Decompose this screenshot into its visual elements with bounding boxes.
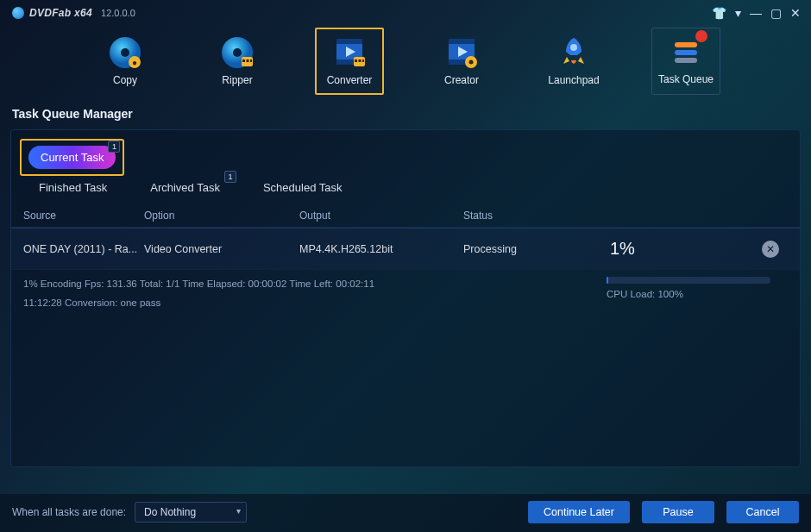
- progress-bar-fill: [607, 277, 608, 284]
- svg-rect-17: [362, 59, 364, 62]
- nav-copy-label: Copy: [113, 74, 137, 86]
- app-name: DVDFab x64: [29, 7, 92, 19]
- svg-rect-16: [359, 59, 361, 62]
- close-window-icon[interactable]: ✕: [790, 7, 801, 19]
- svg-rect-15: [355, 59, 357, 62]
- pause-button[interactable]: Pause: [642, 501, 714, 523]
- disc-ripper-icon: [219, 34, 255, 71]
- nav-creator-label: Creator: [444, 74, 479, 86]
- disc-copy-icon: ●: [107, 34, 143, 71]
- col-option: Option: [144, 210, 299, 222]
- task-cancel-icon[interactable]: ✕: [762, 241, 779, 258]
- tabs-row: Current Task 1 Finished Task Archived Ta…: [11, 130, 800, 204]
- task-source: ONE DAY (2011) - Ra...: [23, 243, 144, 255]
- dropdown-icon[interactable]: ▾: [735, 7, 741, 19]
- when-done-label: When all tasks are done:: [12, 506, 126, 518]
- progress-area: 1% Encoding Fps: 131.36 Total: 1/1 Time …: [11, 270, 800, 308]
- col-source: Source: [23, 210, 144, 222]
- svg-rect-8: [247, 59, 249, 62]
- tab-current-task-label: Current Task: [41, 151, 104, 164]
- app-version: 12.0.0.0: [101, 8, 135, 18]
- titlebar-left: DVDFab x64 12.0.0.0: [12, 7, 135, 19]
- svg-rect-11: [336, 39, 362, 44]
- footer-buttons: Continue Later Pause Cancel: [528, 501, 799, 523]
- progress-bar: [607, 277, 770, 284]
- top-nav: ● Copy Ripper Converter: [0, 21, 811, 103]
- svg-rect-27: [675, 58, 697, 63]
- task-option: Video Converter: [144, 243, 299, 255]
- nav-task-queue-label: Task Queue: [658, 73, 714, 85]
- converter-icon: [331, 34, 368, 71]
- tshirt-icon[interactable]: 👕: [712, 7, 726, 19]
- app-logo-icon: [12, 7, 24, 19]
- cancel-button[interactable]: Cancel: [726, 501, 799, 523]
- minimize-icon[interactable]: —: [750, 7, 762, 19]
- nav-launchpad[interactable]: Launchpad: [539, 28, 608, 95]
- when-done-value: Do Nothing: [144, 506, 196, 518]
- restore-icon[interactable]: ▢: [770, 7, 782, 19]
- tab-scheduled-task[interactable]: Scheduled Task: [251, 176, 355, 199]
- tab-current-task-badge: 1: [108, 141, 120, 153]
- nav-converter[interactable]: Converter: [315, 28, 384, 95]
- task-output: MP4.4K.H265.12bit: [299, 243, 463, 255]
- nav-copy[interactable]: ● Copy: [91, 28, 160, 95]
- tab-archived-task[interactable]: Archived Task 1: [138, 176, 232, 199]
- task-panel: Current Task 1 Finished Task Archived Ta…: [10, 129, 801, 467]
- rocket-icon: [556, 34, 592, 71]
- nav-ripper[interactable]: Ripper: [203, 28, 272, 95]
- titlebar: DVDFab x64 12.0.0.0 👕 ▾ — ▢ ✕: [0, 0, 811, 21]
- task-percent: 1%: [610, 239, 762, 259]
- creator-icon: [443, 34, 480, 71]
- col-output: Output: [299, 210, 463, 222]
- columns-header: Source Option Output Status: [11, 204, 800, 228]
- svg-rect-7: [242, 59, 245, 62]
- svg-rect-19: [449, 39, 475, 44]
- svg-rect-9: [250, 59, 252, 62]
- footer-left: When all tasks are done: Do Nothing: [12, 502, 247, 523]
- progress-line-1: 1% Encoding Fps: 131.36 Total: 1/1 Time …: [23, 279, 593, 289]
- task-status: Processing: [463, 243, 610, 255]
- footer-bar: When all tasks are done: Do Nothing Cont…: [0, 494, 811, 532]
- when-done-select[interactable]: Do Nothing: [135, 502, 247, 523]
- svg-point-23: [469, 60, 474, 65]
- nav-ripper-label: Ripper: [222, 74, 252, 86]
- progress-details: 1% Encoding Fps: 131.36 Total: 1/1 Time …: [23, 277, 593, 308]
- nav-task-queue[interactable]: Task Queue: [651, 28, 720, 95]
- page-title: Task Queue Manager: [0, 103, 811, 129]
- nav-launchpad-label: Launchpad: [548, 74, 599, 86]
- current-task-highlight: Current Task 1: [20, 139, 124, 176]
- svg-point-1: [121, 48, 129, 57]
- svg-point-5: [233, 48, 242, 57]
- tab-archived-task-label: Archived Task: [150, 181, 220, 194]
- col-status: Status: [463, 210, 610, 222]
- continue-later-button[interactable]: Continue Later: [528, 501, 630, 523]
- task-queue-badge-icon: [695, 30, 707, 42]
- svg-text:●: ●: [132, 58, 137, 67]
- tab-finished-task-label: Finished Task: [39, 181, 107, 194]
- progress-right: CPU Load: 100%: [607, 277, 788, 308]
- svg-rect-25: [675, 42, 697, 47]
- task-row[interactable]: ONE DAY (2011) - Ra... Video Converter M…: [11, 228, 800, 270]
- task-queue-icon: [668, 34, 704, 70]
- svg-rect-26: [675, 50, 697, 55]
- svg-point-24: [570, 44, 577, 51]
- progress-line-2: 11:12:28 Conversion: one pass: [23, 297, 593, 308]
- tab-current-task[interactable]: Current Task 1: [28, 146, 116, 169]
- nav-creator[interactable]: Creator: [427, 28, 496, 95]
- cpu-load-label: CPU Load: 100%: [607, 289, 788, 299]
- window-controls: 👕 ▾ — ▢ ✕: [712, 7, 801, 19]
- nav-converter-label: Converter: [327, 74, 373, 86]
- tab-scheduled-task-label: Scheduled Task: [263, 181, 343, 194]
- tab-archived-task-badge: 1: [224, 171, 236, 183]
- tab-finished-task[interactable]: Finished Task: [27, 176, 119, 199]
